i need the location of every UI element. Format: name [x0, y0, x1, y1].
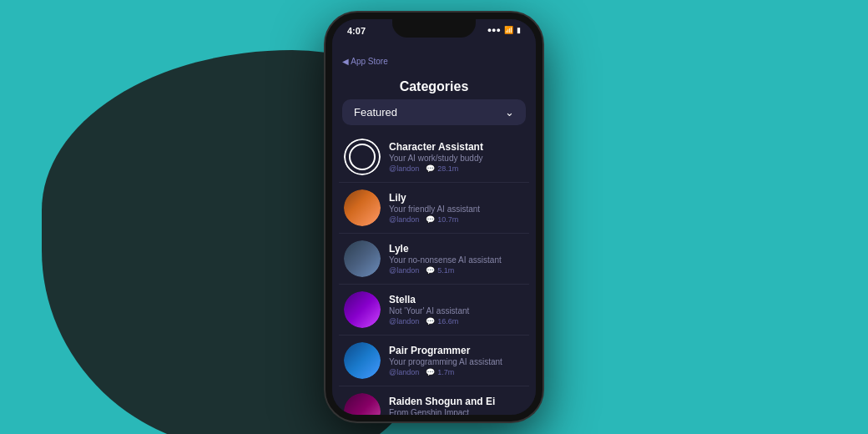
character-name: Lily: [389, 192, 524, 204]
back-label[interactable]: ◀ App Store: [342, 57, 388, 66]
character-author: @landon: [389, 368, 419, 376]
character-info: Stella Not 'Your' AI assistant @landon 💬…: [389, 294, 524, 326]
notch: [392, 19, 476, 38]
avatar: [344, 342, 381, 379]
character-author: @landon: [389, 317, 419, 326]
list-item[interactable]: Raiden Shogun and Ei From Genshin Impact…: [339, 386, 529, 415]
chat-icon: 💬: [426, 215, 435, 224]
character-name: Lyle: [389, 243, 524, 255]
character-chats: 💬 10.7m: [426, 215, 458, 224]
character-author: @landon: [389, 215, 419, 224]
status-time: 4:07: [347, 26, 366, 36]
list-item[interactable]: Pair Programmer Your programming AI assi…: [339, 336, 529, 386]
character-description: Your no-nonsense AI assistant: [389, 255, 524, 265]
character-description: Not 'Your' AI assistant: [389, 306, 524, 315]
character-author: @landon: [389, 266, 419, 275]
character-description: Your programming AI assistant: [389, 357, 524, 366]
avatar: [344, 240, 381, 277]
character-avatar: [344, 393, 381, 415]
chat-icon: 💬: [426, 317, 435, 326]
chat-icon: 💬: [426, 368, 435, 376]
phone-wrapper: 4:07 ●●● 📶 ▮ ◀ App Store Categories Feat…: [326, 13, 542, 421]
character-meta: @landon 💬 16.6m: [389, 317, 524, 326]
character-chats: 💬 5.1m: [426, 266, 454, 275]
avatar: [344, 291, 381, 328]
character-info: Lyle Your no-nonsense AI assistant @land…: [389, 243, 524, 275]
character-chats: 💬 16.6m: [426, 317, 458, 326]
character-chats: 💬 28.1m: [426, 164, 458, 173]
list-item[interactable]: Lyle Your no-nonsense AI assistant @land…: [339, 234, 529, 285]
character-avatar: [344, 189, 381, 226]
page-title: Categories: [332, 73, 536, 99]
avatar-inner: [349, 144, 376, 170]
character-avatar: [344, 139, 381, 175]
character-description: Your AI work/study buddy: [389, 154, 524, 163]
list-item[interactable]: Character Assistant Your AI work/study b…: [339, 132, 529, 183]
character-meta: @landon 💬 28.1m: [389, 164, 524, 173]
character-meta: @landon 💬 1.7m: [389, 368, 524, 376]
status-icons: ●●● 📶 ▮: [487, 26, 521, 34]
avatar: [344, 393, 381, 415]
character-meta: @landon 💬 10.7m: [389, 215, 524, 224]
chat-icon: 💬: [426, 164, 435, 173]
character-meta: @landon 💬 5.1m: [389, 266, 524, 275]
character-chats: 💬 1.7m: [426, 368, 454, 376]
dropdown-label: Featured: [354, 106, 397, 119]
chat-icon: 💬: [426, 266, 435, 275]
character-name: Pair Programmer: [389, 345, 524, 356]
character-name: Character Assistant: [389, 141, 524, 153]
character-avatar: [344, 342, 381, 379]
character-info: Character Assistant Your AI work/study b…: [389, 141, 524, 173]
wifi-icon: 📶: [504, 26, 513, 34]
battery-icon: ▮: [517, 26, 521, 34]
screen-content: Categories Featured ⌄ Character Assistan…: [332, 73, 536, 415]
character-info: Raiden Shogun and Ei From Genshin Impact…: [389, 396, 524, 415]
character-avatar: [344, 240, 381, 277]
list-item[interactable]: Lily Your friendly AI assistant @landon …: [339, 183, 529, 234]
character-info: Lily Your friendly AI assistant @landon …: [389, 192, 524, 224]
character-description: Your friendly AI assistant: [389, 204, 524, 214]
character-description: From Genshin Impact: [389, 408, 524, 415]
character-avatar: [344, 291, 381, 328]
character-info: Pair Programmer Your programming AI assi…: [389, 345, 524, 376]
character-name: Stella: [389, 294, 524, 305]
character-name: Raiden Shogun and Ei: [389, 396, 524, 407]
signal-icon: ●●●: [487, 26, 501, 34]
character-list: Character Assistant Your AI work/study b…: [332, 132, 536, 415]
list-item[interactable]: Stella Not 'Your' AI assistant @landon 💬…: [339, 285, 529, 336]
chevron-down-icon: ⌄: [505, 106, 514, 119]
character-author: @landon: [389, 164, 419, 173]
back-nav[interactable]: ◀ App Store: [332, 51, 536, 73]
featured-dropdown[interactable]: Featured ⌄: [342, 99, 526, 125]
avatar: [344, 139, 381, 175]
avatar: [344, 189, 381, 226]
phone: 4:07 ●●● 📶 ▮ ◀ App Store Categories Feat…: [326, 13, 542, 421]
